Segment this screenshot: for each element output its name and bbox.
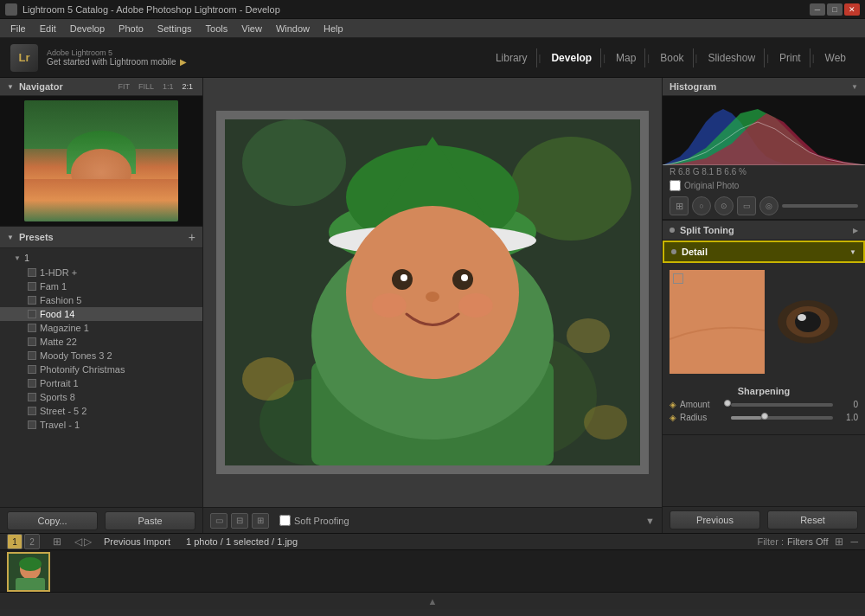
detail-collapse-icon[interactable]: ▼ — [849, 248, 856, 256]
soft-proofing-checkbox[interactable] — [279, 515, 291, 526]
detail-section-header[interactable]: Detail ▼ — [663, 241, 865, 263]
preset-group-label: 1 — [24, 253, 29, 263]
menu-develop[interactable]: Develop — [63, 22, 112, 35]
loupe-view-button[interactable]: ▭ — [210, 513, 227, 529]
filmstrip-grid-icon[interactable]: ⊞ — [50, 535, 64, 549]
menu-file[interactable]: File — [3, 22, 33, 35]
navigator-preview[interactable] — [0, 96, 202, 226]
reset-button[interactable]: Reset — [767, 510, 858, 529]
preset-icon — [28, 393, 36, 401]
zoom-1-1[interactable]: 1:1 — [160, 81, 176, 92]
list-item[interactable]: Matte 22 — [0, 335, 202, 349]
app-icon — [5, 3, 17, 16]
list-item[interactable]: Fashion 5 — [0, 293, 202, 307]
list-item[interactable]: Street - 5 2 — [0, 404, 202, 418]
menu-photo[interactable]: Photo — [112, 22, 151, 35]
filmstrip-filter-value[interactable]: Filters Off — [787, 536, 828, 547]
preset-name: Fam 1 — [40, 281, 67, 292]
zoom-2-1[interactable]: 2:1 — [179, 81, 195, 92]
detail-nav-square[interactable] — [673, 273, 683, 284]
filmstrip-prev-arrow[interactable]: ◁ — [74, 536, 82, 548]
navigator-collapse-icon[interactable]: ▼ — [7, 83, 14, 91]
crop-tool-button[interactable]: ⊞ — [670, 196, 689, 215]
menu-settings[interactable]: Settings — [151, 22, 199, 35]
split-toning-header[interactable]: Split Toning ▶ — [663, 221, 865, 240]
menu-edit[interactable]: Edit — [33, 22, 63, 35]
presets-section: ▼ Presets + ▼ 1 1-HDR + Fam 1 — [0, 227, 202, 507]
survey-view-button[interactable]: ⊞ — [252, 513, 269, 529]
copy-button[interactable]: Copy... — [7, 511, 98, 530]
list-item[interactable]: Photonify Christmas — [0, 363, 202, 376]
red-eye-button[interactable]: ⊙ — [714, 196, 734, 215]
svg-point-31 — [798, 314, 806, 321]
menu-view[interactable]: View — [234, 22, 269, 35]
exposure-slider[interactable] — [782, 204, 858, 208]
lr-mobile-arrow[interactable]: ▶ — [180, 57, 187, 67]
zoom-fill[interactable]: FILL — [136, 81, 157, 92]
module-slideshow[interactable]: Slideshow — [699, 48, 765, 67]
original-photo-checkbox[interactable] — [670, 180, 681, 191]
split-toning-section: Split Toning ▶ — [663, 221, 865, 241]
svg-point-8 — [584, 405, 627, 440]
preset-name: Magazine 1 — [40, 323, 89, 333]
module-book[interactable]: Book — [651, 48, 693, 67]
minimize-button[interactable]: ─ — [810, 3, 825, 16]
bottom-up-arrow[interactable]: ▲ — [428, 596, 438, 606]
list-item[interactable]: Fam 1 — [0, 279, 202, 293]
filmstrip: 1 2 ⊞ ◁ ▷ Previous Import 1 photo / 1 se… — [0, 533, 865, 592]
spot-removal-button[interactable]: ○ — [692, 196, 711, 215]
paste-button[interactable]: Paste — [105, 511, 195, 530]
radial-filter-button[interactable]: ◎ — [759, 196, 778, 215]
list-item[interactable]: Sports 8 — [0, 390, 202, 404]
menu-tools[interactable]: Tools — [199, 22, 235, 35]
module-print[interactable]: Print — [771, 48, 811, 67]
filmstrip-thumbnail[interactable] — [7, 552, 50, 592]
histogram-collapse-icon[interactable]: ▼ — [851, 83, 858, 91]
sharpening-radius-thumb — [761, 413, 768, 420]
filmstrip-thumb-image — [9, 554, 48, 590]
sharpening-radius-slider[interactable] — [731, 416, 833, 420]
list-item[interactable]: Portrait 1 — [0, 376, 202, 390]
sharpening-amount-slider[interactable] — [731, 403, 833, 407]
presets-label: Presets — [19, 232, 189, 242]
main-photo-display[interactable] — [225, 119, 640, 465]
close-button[interactable]: ✕ — [844, 3, 860, 16]
presets-collapse-icon[interactable]: ▼ — [7, 234, 14, 241]
graduated-filter-button[interactable]: ▭ — [737, 196, 756, 215]
filmstrip-next-arrow[interactable]: ▷ — [84, 536, 92, 548]
preset-icon — [28, 282, 36, 291]
maximize-button[interactable]: □ — [827, 3, 843, 16]
module-map[interactable]: Map — [607, 48, 645, 67]
bottom-dropdown-arrow[interactable]: ▼ — [645, 516, 655, 526]
filmstrip-num-1[interactable]: 1 — [7, 534, 22, 549]
preset-icon — [28, 268, 36, 277]
list-item[interactable]: 1-HDR + — [0, 266, 202, 279]
preset-name: Food 14 — [40, 309, 74, 319]
list-item[interactable]: Moody Tones 3 2 — [0, 349, 202, 363]
list-item[interactable]: Magazine 1 — [0, 321, 202, 335]
title-bar: Lightroom 5 Catalog - Adobe Photoshop Li… — [0, 0, 865, 19]
module-library[interactable]: Library — [487, 48, 537, 67]
menu-window[interactable]: Window — [269, 22, 317, 35]
module-develop[interactable]: Develop — [542, 48, 601, 67]
zoom-fit[interactable]: FIT — [115, 81, 132, 92]
view-controls: ▭ ⊟ ⊞ Soft Proofing — [210, 513, 349, 529]
compare-view-button[interactable]: ⊟ — [231, 513, 248, 529]
preset-icon — [28, 296, 36, 305]
preset-name: Portrait 1 — [40, 378, 79, 388]
navigator-label: Navigator — [19, 81, 111, 92]
histogram-label: Histogram — [670, 81, 851, 92]
module-web[interactable]: Web — [817, 48, 855, 67]
previous-button[interactable]: Previous — [670, 510, 760, 529]
split-toning-collapse-icon[interactable]: ▶ — [853, 227, 858, 234]
filmstrip-view-icons: ⊞ — [50, 535, 64, 549]
list-item[interactable]: Food 14 — [0, 307, 202, 321]
menu-help[interactable]: Help — [317, 22, 350, 35]
preset-group-header[interactable]: ▼ 1 — [0, 250, 202, 266]
list-item[interactable]: Travel - 1 — [0, 418, 202, 432]
sharpening-section: Sharpening ◈ Amount 0 ◈ Radius — [670, 381, 858, 427]
add-preset-button[interactable]: + — [189, 230, 195, 244]
filmstrip-collapse-icon[interactable]: ─ — [850, 536, 858, 548]
filmstrip-expand-icon[interactable]: ⊞ — [835, 536, 843, 548]
filmstrip-num-2[interactable]: 2 — [24, 534, 40, 549]
